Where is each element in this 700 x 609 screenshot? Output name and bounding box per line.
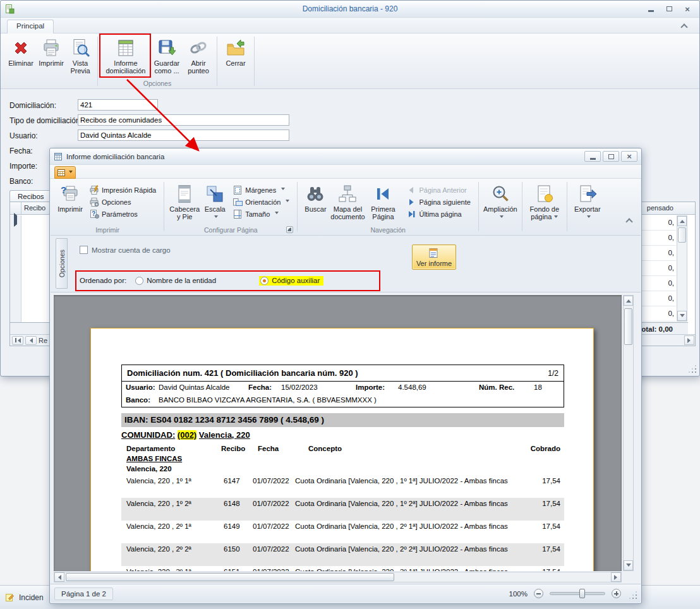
report-tab-row — [50, 165, 641, 179]
eliminar-button[interactable]: Eliminar — [6, 35, 36, 80]
report-imprimir-button[interactable]: ? Imprimir — [55, 181, 85, 226]
domiciliacion-input[interactable]: 421 — [78, 99, 158, 111]
impresion-rapida-button[interactable]: Impresión Rápida — [85, 184, 160, 196]
ribbon-collapse-icon[interactable] — [679, 23, 689, 32]
main-resize-grip[interactable] — [689, 365, 697, 373]
options-tab[interactable]: Opciones — [56, 238, 68, 289]
group-label-configurar: Configurar Página — [166, 226, 295, 234]
zoom-in-button[interactable] — [612, 589, 621, 598]
guardar-como-button[interactable]: Guardar como ... — [150, 35, 183, 80]
orientacion-button[interactable]: Orientación — [229, 196, 293, 208]
cabecera-pie-button[interactable]: Cabecera y Pie — [168, 181, 201, 226]
radio-nombre-entidad[interactable]: Nombre de la entidad — [134, 276, 220, 286]
tamano-button[interactable]: Tamaño — [229, 208, 293, 220]
tipo-domiciliacion-input[interactable]: Recibos de comunidades — [78, 114, 289, 126]
grid-cell[interactable]: 0, — [639, 291, 676, 306]
report-window-title: Informe domiciliación bancaria — [66, 153, 164, 160]
grid-cell[interactable]: 0, — [639, 261, 676, 276]
preview-hscroll-thumb[interactable] — [66, 573, 394, 581]
ribbon-group-opciones: Informe domiciliación Guardar como ... — [100, 35, 215, 88]
preview-vscroll-thumb[interactable] — [624, 308, 632, 345]
cerrar-button[interactable]: Cerrar — [220, 35, 251, 80]
informe-domiciliacion-button[interactable]: Informe domiciliación — [101, 35, 150, 80]
report-close-button[interactable]: × — [621, 151, 637, 162]
report-resize-grip[interactable] — [629, 591, 638, 600]
ver-informe-button[interactable]: Ver informe — [412, 244, 456, 270]
margenes-button[interactable]: Márgenes — [229, 184, 293, 196]
banco-field-label: Banco: — [126, 396, 150, 404]
zoom-slider-thumb[interactable] — [579, 589, 585, 598]
comunidad-line: COMUNIDAD: (002) Valencia, 220 — [121, 430, 250, 440]
pagina-siguiente-button[interactable]: Página siguiente — [402, 196, 474, 208]
mapa-documento-button[interactable]: Mapa del documento — [329, 181, 366, 226]
restore-button[interactable] — [661, 4, 677, 15]
grid-vscrollbar[interactable] — [677, 215, 687, 322]
grid-cell[interactable]: 0, — [639, 306, 676, 322]
document-header-box: Domiciliación num. 421 ( Domiciliación b… — [121, 365, 564, 407]
main-titlebar[interactable]: Domiciliación bancaria - 920 × — [1, 1, 699, 18]
preview-scroll-right-icon[interactable] — [611, 572, 621, 582]
preview-scroll-left-icon[interactable] — [54, 572, 64, 582]
vista-previa-button[interactable]: Vista Previa — [66, 35, 94, 80]
radio-circle-selected[interactable] — [260, 277, 269, 285]
tab-principal[interactable]: Principal — [7, 20, 54, 33]
export-icon — [577, 184, 598, 204]
report-ribbon-collapse-icon[interactable] — [624, 217, 634, 226]
radio-circle[interactable] — [135, 277, 143, 285]
grid-cell[interactable]: 0, — [639, 246, 676, 261]
checkbox-box[interactable] — [80, 246, 88, 254]
fecha-field-label: Fecha: — [248, 383, 272, 391]
table-row: Valencia, 220 , 3º 1ª 6151 01/07/2022 Cu… — [121, 566, 564, 571]
previous-page-icon — [406, 185, 416, 195]
ampliacion-button[interactable]: Ampliación — [483, 181, 518, 226]
app-menu-button[interactable] — [54, 166, 76, 179]
preview-area[interactable]: Domiciliación num. 421 ( Domiciliación b… — [54, 295, 622, 571]
pagina-anterior-button[interactable]: Página Anterior — [402, 184, 474, 196]
close-button[interactable]: × — [679, 4, 696, 15]
report-restore-button[interactable] — [603, 151, 619, 162]
scale-icon — [205, 184, 225, 204]
report-page[interactable]: Domiciliación num. 421 ( Domiciliación b… — [90, 328, 594, 571]
grid-scroll-down-icon[interactable] — [677, 311, 687, 321]
nav-prev-button[interactable] — [25, 336, 37, 345]
grid-cell[interactable]: 0, — [639, 276, 676, 291]
report-minimize-button[interactable] — [584, 151, 601, 162]
col-header-compensado[interactable]: pensado — [639, 202, 676, 214]
report-titlebar[interactable]: Informe domiciliación bancaria × — [50, 148, 641, 165]
primera-pagina-button[interactable]: Primera Página — [366, 181, 400, 226]
ultima-pagina-button[interactable]: Última página — [402, 208, 474, 220]
fondo-pagina-button[interactable]: Fondo de página — [526, 181, 563, 226]
imprimir-button[interactable]: Imprimir — [36, 35, 66, 80]
num-rec-field-value: 18 — [534, 383, 542, 391]
ordenado-por-row: Ordenado por: Nombre de la entidad Códig… — [80, 274, 323, 287]
radio-codigo-auxiliar[interactable]: Código auxiliar — [259, 276, 323, 286]
incidencias-label[interactable]: Inciden — [19, 593, 44, 602]
grid-scroll-up-icon[interactable] — [677, 216, 687, 226]
escala-button[interactable]: Escala — [201, 181, 229, 226]
preview-hscrollbar[interactable] — [54, 572, 622, 582]
usuario-input[interactable]: David Quintas Alcalde — [78, 130, 289, 141]
preview-vscrollbar[interactable] — [623, 295, 634, 571]
tab-recibos[interactable]: Recibos — [9, 190, 52, 202]
buscar-button[interactable]: Buscar — [301, 181, 329, 226]
preview-scroll-down-icon[interactable] — [624, 560, 633, 570]
dialog-launcher-icon[interactable] — [286, 226, 293, 233]
minimize-button[interactable] — [643, 4, 659, 15]
abrir-punteo-button[interactable]: Abrir punteo — [183, 35, 214, 80]
ribbon-group-left: Eliminar Imprimir — [4, 35, 95, 88]
margins-icon — [232, 185, 243, 195]
mostrar-cuenta-checkbox[interactable]: Mostrar cuenta de cargo — [80, 246, 171, 254]
print-options-icon — [89, 197, 99, 207]
nav-first-button[interactable] — [12, 336, 23, 345]
grid-hscroll-right-icon[interactable] — [684, 335, 694, 345]
zoom-slider[interactable] — [550, 592, 605, 595]
importe-label: Importe: — [9, 162, 37, 171]
parametros-button[interactable]: ? Parámetros — [85, 208, 160, 220]
preview-scroll-up-icon[interactable] — [624, 296, 633, 306]
grid-cell[interactable]: 0, — [639, 215, 676, 231]
grid-vscroll-thumb[interactable] — [678, 227, 686, 243]
grid-cell[interactable]: 0, — [639, 231, 676, 246]
opciones-impresion-button[interactable]: Opciones — [85, 196, 160, 208]
zoom-out-button[interactable] — [534, 589, 543, 598]
exportar-button[interactable]: Exportar — [571, 181, 604, 226]
